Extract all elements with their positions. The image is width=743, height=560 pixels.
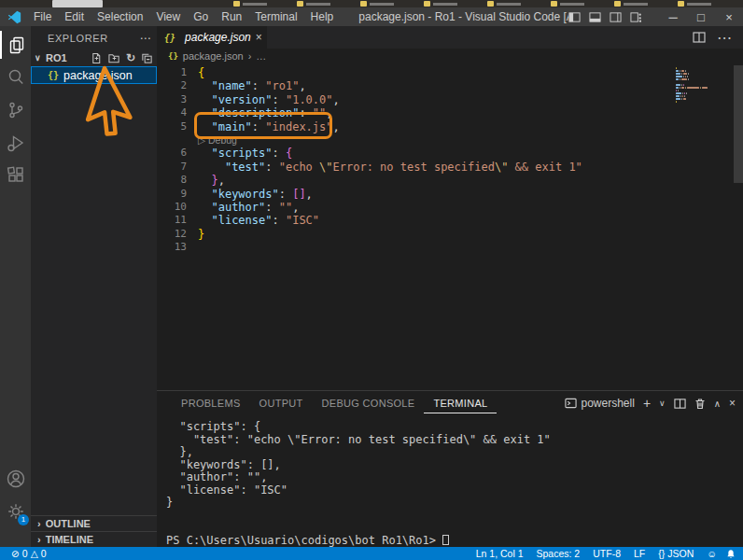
outline-section[interactable]: › OUTLINE: [31, 515, 157, 531]
menu-selection[interactable]: Selection: [91, 10, 149, 23]
desktop-folder-icon: [297, 1, 303, 7]
minimize-button[interactable]: ─: [659, 10, 687, 24]
search-icon[interactable]: [0, 63, 31, 91]
code-line-7[interactable]: 7 "test": "echo \"Error: no test specifi…: [157, 161, 743, 174]
menu-go[interactable]: Go: [187, 10, 215, 23]
menu-bar: FileEditSelectionViewGoRunTerminalHelp: [27, 10, 340, 23]
settings-badge: 1: [18, 514, 29, 525]
panel-tab-debug-console[interactable]: DEBUG CONSOLE: [313, 393, 425, 413]
desktop-folder-label: [687, 3, 711, 6]
run-debug-icon[interactable]: [0, 129, 31, 157]
code-line-9[interactable]: 9 "keywords": [],: [157, 188, 743, 201]
chevron-right-icon: ›: [37, 534, 41, 545]
editor-actions: ⋯: [693, 26, 743, 49]
menu-run[interactable]: Run: [215, 10, 248, 23]
panel-tab-terminal[interactable]: TERMINAL: [424, 393, 497, 413]
terminal-cursor: [442, 535, 449, 545]
menu-help[interactable]: Help: [304, 10, 341, 23]
tab-close-icon[interactable]: ×: [256, 31, 262, 44]
cursor-position[interactable]: Ln 1, Col 1: [472, 548, 527, 559]
tab-packagejson[interactable]: {} package.json ×: [157, 26, 267, 49]
breadcrumb-more[interactable]: …: [256, 50, 266, 62]
activity-bar: 1: [0, 26, 31, 547]
desktop-folder-label: [433, 3, 457, 6]
menu-file[interactable]: File: [27, 10, 58, 23]
breadcrumb-file[interactable]: package.json: [183, 50, 244, 62]
background-window-fragment: [52, 0, 103, 7]
terminal-output[interactable]: "scripts": { "test": "echo \"Error: no t…: [157, 415, 743, 547]
split-terminal-icon[interactable]: [674, 398, 686, 410]
settings-gear-icon[interactable]: 1: [0, 497, 31, 525]
code-line-8[interactable]: 8 },: [157, 174, 743, 187]
chevron-right-icon: ›: [37, 518, 41, 529]
timeline-section[interactable]: › TIMELINE: [31, 531, 157, 547]
terminal-line: }: [166, 497, 743, 510]
extensions-icon[interactable]: [0, 161, 31, 189]
code-line-6[interactable]: 6 "scripts": {: [157, 147, 743, 160]
line-number: 12: [157, 228, 187, 241]
code-line-1[interactable]: 1{: [157, 66, 743, 79]
shell-selector[interactable]: powershell: [565, 397, 635, 410]
more-actions-icon[interactable]: ⋯: [139, 32, 151, 45]
problems-status[interactable]: ⊘ 0 △ 0: [7, 548, 50, 559]
line-number: 10: [157, 201, 187, 214]
line-number: 9: [157, 188, 187, 201]
split-editor-icon[interactable]: [693, 31, 706, 44]
vscode-window: FileEditSelectionViewGoRunTerminalHelp p…: [0, 0, 743, 560]
tab-label: package.json: [185, 31, 251, 44]
terminal-line: "author": "",: [166, 471, 743, 484]
kill-terminal-icon[interactable]: [694, 398, 706, 410]
menu-terminal[interactable]: Terminal: [248, 10, 303, 23]
menu-edit[interactable]: Edit: [58, 10, 91, 23]
panel-actions: powershell + ∨ ∧ ×: [565, 396, 736, 411]
eol-sequence[interactable]: LF: [630, 548, 649, 559]
panel-tab-output[interactable]: OUTPUT: [250, 393, 313, 413]
source-control-icon[interactable]: [0, 96, 31, 124]
editor-scrollbar[interactable]: [734, 65, 743, 183]
more-actions-icon[interactable]: ⋯: [717, 29, 732, 47]
language-mode[interactable]: {} JSON: [654, 548, 697, 559]
close-button[interactable]: ×: [715, 10, 743, 24]
menu-view[interactable]: View: [149, 10, 187, 23]
desktop-folder-icon: [614, 1, 621, 7]
terminal-line: "license": "ISC": [166, 484, 743, 497]
desktop-folder-label: [560, 3, 584, 6]
feedback-smiley-icon[interactable]: ☺: [703, 548, 721, 559]
code-lines: 1{2 "name": "ro1",3 "version": "1.0.0",4…: [157, 66, 743, 254]
explorer-icon[interactable]: [0, 31, 31, 59]
window-title: package.json - Ro1 - Visual Studio Code …: [340, 10, 568, 23]
sidebar-header: EXPLORER ⋯: [48, 30, 151, 47]
toggle-panel-icon[interactable]: [589, 11, 601, 23]
status-right: Ln 1, Col 1 Spaces: 2 UTF-8 LF {} JSON ☺: [472, 548, 736, 559]
code-line-13[interactable]: 13: [157, 241, 743, 254]
customize-layout-icon[interactable]: [630, 11, 642, 23]
maximize-button[interactable]: □: [687, 10, 715, 24]
panel-tabs: PROBLEMSOUTPUTDEBUG CONSOLETERMINAL: [172, 393, 497, 413]
notifications-bell-icon[interactable]: [726, 549, 736, 559]
breadcrumb[interactable]: {} package.json › …: [157, 49, 743, 63]
accounts-icon[interactable]: [0, 465, 31, 493]
code-line-2[interactable]: 2 "name": "ro1",: [157, 79, 743, 92]
code-line-3[interactable]: 3 "version": "1.0.0",: [157, 93, 743, 106]
line-number: 8: [157, 174, 187, 187]
terminal-dropdown-icon[interactable]: ∨: [659, 399, 666, 408]
json-braces-icon: {}: [658, 548, 665, 559]
terminal-line: "scripts": {: [166, 421, 743, 434]
toggle-sidebar-icon[interactable]: [568, 11, 581, 23]
desktop-background: [0, 0, 743, 7]
chevron-down-icon: ∨: [35, 53, 46, 63]
minimap[interactable]: [676, 67, 719, 106]
code-line-10[interactable]: 10 "author": "",: [157, 201, 743, 214]
new-terminal-icon[interactable]: +: [643, 396, 651, 411]
toggle-secondary-sidebar-icon[interactable]: [610, 11, 622, 23]
panel-tab-problems[interactable]: PROBLEMS: [172, 393, 250, 413]
desktop-folder-icon: [360, 1, 367, 7]
maximize-panel-icon[interactable]: ∧: [714, 399, 721, 409]
sidebar-title: EXPLORER: [48, 33, 108, 44]
indentation[interactable]: Spaces: 2: [533, 548, 584, 559]
encoding[interactable]: UTF-8: [589, 548, 624, 559]
code-line-12[interactable]: 12}: [157, 228, 743, 241]
close-panel-icon[interactable]: ×: [729, 397, 736, 410]
code-line-11[interactable]: 11 "license": "ISC": [157, 214, 743, 227]
terminal-icon: [565, 398, 577, 409]
